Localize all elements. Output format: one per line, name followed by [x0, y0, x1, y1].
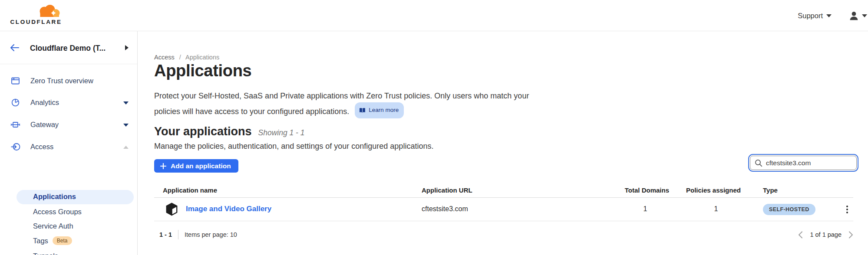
cloudflare-logo-text: CLOUDFLARE	[6, 19, 66, 25]
pagination-divider	[178, 230, 178, 239]
chevron-down-icon	[123, 124, 129, 127]
breadcrumb-access[interactable]: Access	[154, 54, 175, 61]
chevron-left-icon	[798, 231, 803, 239]
user-icon	[849, 11, 859, 21]
application-name-link[interactable]: Image and Video Gallery	[186, 205, 271, 213]
sidebar-item-label: Tunnels	[33, 252, 58, 255]
support-label: Support	[798, 12, 823, 20]
section-header: Your applications Showing 1 - 1	[154, 125, 305, 138]
page-title: Applications	[154, 62, 251, 80]
gateway-icon	[11, 120, 20, 129]
sidebar-item-access[interactable]: Access	[0, 141, 138, 154]
top-bar: CLOUDFLARE Support	[0, 0, 868, 31]
column-application-name: Application name	[163, 186, 217, 194]
account-name: Cloudflare Demo (T...	[30, 44, 106, 53]
section-description: Manage the policies, authentication, and…	[154, 142, 433, 151]
sidebar-item-service-auth[interactable]: Service Auth	[0, 220, 138, 232]
items-per-page[interactable]: Items per page: 10	[185, 231, 237, 238]
sidebar-item-label: Access Groups	[33, 208, 82, 216]
learn-more-label: Learn more	[369, 104, 399, 117]
plus-icon	[160, 163, 166, 169]
sidebar-item-gateway[interactable]: Gateway	[0, 118, 138, 131]
breadcrumb-separator: /	[179, 54, 181, 61]
cloudflare-cloud-icon	[36, 4, 63, 18]
sidebar-item-zero-trust-overview[interactable]: Zero Trust overview	[0, 75, 138, 88]
applications-table: Application name Application URL Total D…	[154, 186, 853, 221]
sidebar-item-label: Zero Trust overview	[30, 77, 93, 85]
column-policies-assigned: Policies assigned	[686, 186, 746, 194]
type-badge: SELF-HOSTED	[763, 204, 815, 215]
application-cube-icon	[166, 203, 178, 216]
access-icon	[11, 142, 20, 151]
sidebar-item-label: Applications	[33, 193, 76, 201]
add-application-label: Add an application	[171, 162, 231, 170]
column-type: Type	[763, 186, 778, 194]
breadcrumb-current: Applications	[185, 54, 219, 61]
chevron-up-icon	[123, 146, 129, 149]
back-arrow-icon[interactable]	[10, 43, 20, 52]
analytics-icon	[11, 98, 20, 107]
row-actions-menu[interactable]	[842, 203, 852, 216]
sidebar-item-label: Analytics	[30, 98, 59, 107]
showing-count: Showing 1 - 1	[258, 128, 305, 137]
sidebar-item-label: Access	[30, 143, 53, 151]
overview-icon	[11, 76, 20, 85]
page-indicator: 1 of 1 page	[810, 231, 842, 238]
policies-assigned-cell: 1	[686, 205, 746, 213]
sidebar-item-casb[interactable]: CASB	[0, 239, 138, 252]
add-application-button[interactable]: Add an application	[154, 159, 238, 173]
account-expand-icon[interactable]	[125, 45, 129, 50]
table-header-row: Application name Application URL Total D…	[154, 186, 853, 198]
previous-page-button[interactable]	[798, 231, 803, 239]
sidebar-item-analytics[interactable]: Analytics	[0, 96, 138, 109]
section-title: Your applications	[154, 125, 252, 138]
pagination: 1 - 1 Items per page: 10 1 of 1 page	[154, 226, 853, 243]
chevron-down-icon	[123, 101, 129, 105]
search-input[interactable]	[766, 159, 848, 167]
sidebar-item-label: Service Auth	[33, 222, 73, 230]
page-description: Protect your Self-Hosted, SaaS and Priva…	[154, 89, 545, 118]
chevron-down-icon	[826, 14, 832, 17]
next-page-button[interactable]	[848, 231, 853, 239]
pagination-range: 1 - 1	[159, 231, 172, 238]
sidebar-item-access-groups[interactable]: Access Groups	[0, 206, 138, 218]
application-url-cell: cftestsite3.com	[422, 205, 468, 213]
column-application-url: Application URL	[422, 186, 472, 194]
cloudflare-logo[interactable]: CLOUDFLARE	[6, 3, 66, 26]
breadcrumb: Access / Applications	[154, 54, 219, 61]
support-menu[interactable]: Support	[798, 0, 832, 31]
book-icon	[359, 108, 366, 113]
column-total-domains: Total Domains	[597, 186, 669, 194]
search-icon	[755, 159, 762, 167]
pagination-left: 1 - 1 Items per page: 10	[159, 226, 237, 243]
search-box	[750, 156, 857, 170]
table-row: Image and Video Gallery cftestsite3.com …	[154, 198, 853, 221]
account-header: Cloudflare Demo (T...	[0, 31, 137, 64]
pagination-right: 1 of 1 page	[798, 226, 853, 243]
learn-more-badge[interactable]: Learn more	[355, 102, 404, 118]
total-domains-cell: 1	[621, 205, 669, 213]
sidebar-item-label: Gateway	[30, 121, 59, 129]
sidebar-item-applications-active[interactable]: Applications	[17, 190, 134, 204]
chevron-down-icon	[862, 14, 867, 17]
chevron-right-icon	[848, 231, 853, 239]
sidebar: Cloudflare Demo (T... Zero Trust overvie…	[0, 31, 138, 255]
user-menu[interactable]	[849, 0, 868, 31]
